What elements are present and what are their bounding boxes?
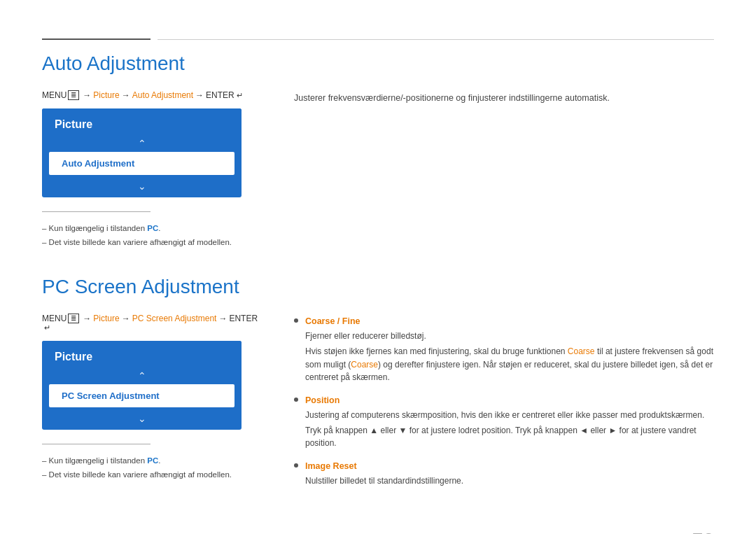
- bullet-title-position: Position: [305, 395, 340, 405]
- position-line1: Justering af computerens skærmposition, …: [305, 409, 714, 422]
- bullet-coarse-fine: Coarse / Fine Fjerner eller reducerer bi…: [294, 315, 714, 384]
- enter-icon-2: ↵: [44, 323, 50, 332]
- coarse-orange-2: Coarse: [351, 360, 378, 370]
- section1-body: MENU ≣ → Picture → Auto Adjustment → ENT…: [42, 90, 714, 249]
- section2-chevron-down: ⌄: [42, 407, 241, 430]
- section2-notes: – Kun tilgængelig i tilstanden PC. – Det…: [42, 454, 266, 482]
- section2-menu-path: MENU ≣ → Picture → PC Screen Adjustment …: [42, 314, 266, 332]
- section1-note-2: – Det viste billede kan variere afhængig…: [42, 236, 266, 250]
- arrow1-1: →: [83, 90, 91, 100]
- section2-picture-header: Picture: [42, 341, 241, 367]
- section1-picture-box: Picture ⌃ Auto Adjustment ⌄: [42, 108, 241, 197]
- section2-note-2: – Det viste billede kan variere afhængig…: [42, 468, 266, 482]
- bullet-image-reset: Image Reset Nulstiller billedet til stan…: [294, 460, 714, 488]
- arrow3-1: →: [195, 90, 204, 100]
- section2-bullet-list: Coarse / Fine Fjerner eller reducerer bi…: [294, 315, 714, 488]
- section1-chevron-up: ⌃: [42, 135, 241, 152]
- section1-left-col: MENU ≣ → Picture → Auto Adjustment → ENT…: [42, 90, 266, 249]
- bullet-content-1: Coarse / Fine Fjerner eller reducerer bi…: [305, 315, 714, 384]
- section1-pc-link-1: PC: [147, 224, 158, 232]
- bullet-title-image-reset: Image Reset: [305, 461, 357, 471]
- pcscreen-link-2: PC Screen Adjustment: [132, 314, 217, 323]
- arrow1-2: →: [83, 314, 91, 323]
- menu-label-2: MENU: [42, 314, 66, 323]
- section1-selected-item: Auto Adjustment: [49, 152, 234, 175]
- section1-title: Auto Adjustment: [42, 52, 714, 75]
- section2-chevron-up: ⌃: [42, 367, 241, 384]
- coarse-orange-1: Coarse: [568, 346, 595, 356]
- section1-note-1: – Kun tilgængelig i tilstanden PC.: [42, 222, 266, 236]
- section2-pc-link-1: PC: [147, 456, 158, 465]
- arrow2-2: →: [122, 314, 130, 323]
- section1-chevron-down: ⌄: [42, 175, 241, 197]
- section2-title: PC Screen Adjustment: [42, 276, 714, 298]
- section2-notes-divider: [42, 444, 150, 444]
- section-pc-screen-adjustment: PC Screen Adjustment MENU ≣ → Picture → …: [42, 276, 714, 498]
- coarse-fine-line1: Fjerner eller reducerer billedstøj.: [305, 330, 714, 343]
- page-container: Auto Adjustment MENU ≣ → Picture → Auto …: [0, 38, 756, 534]
- bullet-content-3: Image Reset Nulstiller billedet til stan…: [305, 460, 714, 488]
- section1-picture-header: Picture: [42, 108, 241, 135]
- auto-adj-link-1: Auto Adjustment: [132, 90, 193, 100]
- section2-notes-area: – Kun tilgængelig i tilstanden PC. – Det…: [42, 444, 266, 482]
- coarse-fine-line2: Hvis støjen ikke fjernes kan med finjust…: [305, 345, 714, 384]
- enter-label-1: ENTER: [206, 90, 234, 100]
- bullet-body-position: Justering af computerens skærmposition, …: [305, 409, 714, 450]
- menu-label-1: MENU: [42, 90, 66, 100]
- arrow3-2: →: [218, 314, 227, 323]
- section1-description: Justerer frekvensværdierne/-positionerne…: [294, 92, 714, 105]
- menu-icon-2: ≣: [68, 314, 79, 323]
- section1-menu-path: MENU ≣ → Picture → Auto Adjustment → ENT…: [42, 90, 266, 100]
- section2-left-col: MENU ≣ → Picture → PC Screen Adjustment …: [42, 314, 266, 498]
- section1-notes: – Kun tilgængelig i tilstanden PC. – Det…: [42, 222, 266, 249]
- section2-body: MENU ≣ → Picture → PC Screen Adjustment …: [42, 314, 714, 498]
- bullet-dot-1: [294, 318, 298, 323]
- section2-note-1: – Kun tilgængelig i tilstanden PC.: [42, 454, 266, 468]
- bullet-title-coarse-fine: Coarse / Fine: [305, 316, 360, 326]
- top-rule-left: [42, 38, 150, 40]
- enter-label-2: ENTER: [229, 314, 258, 323]
- image-reset-line1: Nulstiller billedet til standardindstill…: [305, 475, 714, 488]
- bullet-body-coarse-fine: Fjerner eller reducerer billedstøj. Hvis…: [305, 330, 714, 384]
- picture-link-1: Picture: [93, 90, 119, 100]
- top-rule-right: [158, 39, 714, 40]
- bullet-body-image-reset: Nulstiller billedet til standardindstill…: [305, 475, 714, 488]
- section2-picture-box: Picture ⌃ PC Screen Adjustment ⌄: [42, 341, 241, 430]
- menu-icon-1: ≣: [68, 90, 79, 100]
- bullet-content-2: Position Justering af computerens skærmp…: [305, 394, 714, 450]
- position-line2: Tryk på knappen ▲ eller ▼ for at justere…: [305, 424, 714, 450]
- arrow2-1: →: [122, 90, 130, 100]
- section2-right-col: Coarse / Fine Fjerner eller reducerer bi…: [294, 314, 714, 498]
- top-rule: [42, 38, 714, 40]
- bullet-dot-3: [294, 463, 298, 468]
- section-auto-adjustment: Auto Adjustment MENU ≣ → Picture → Auto …: [42, 52, 714, 249]
- bullet-dot-2: [294, 398, 298, 402]
- section1-notes-area: – Kun tilgængelig i tilstanden PC. – Det…: [42, 211, 266, 249]
- section2-selected-item: PC Screen Adjustment: [49, 384, 234, 407]
- bullet-position: Position Justering af computerens skærmp…: [294, 394, 714, 450]
- section1-right-col: Justerer frekvensværdierne/-positionerne…: [294, 90, 714, 249]
- section1-notes-divider: [42, 211, 150, 212]
- picture-link-2: Picture: [93, 314, 119, 323]
- page-number: 70: [692, 529, 714, 534]
- enter-icon-1: ↵: [237, 91, 243, 100]
